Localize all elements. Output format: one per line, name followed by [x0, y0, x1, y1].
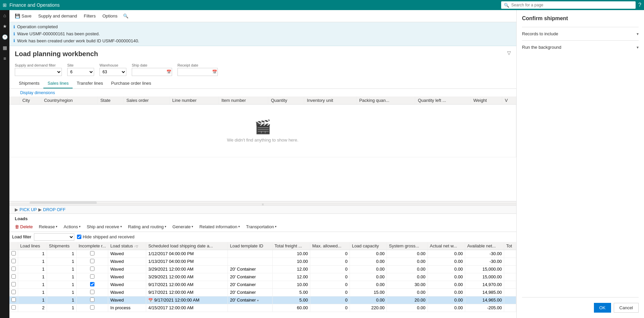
- col-country[interactable]: Country/region: [41, 96, 97, 105]
- col-quantity[interactable]: Quantity: [268, 96, 304, 105]
- incomplete-checkbox[interactable]: [90, 290, 94, 294]
- pickup-link[interactable]: PICK UP: [19, 207, 37, 212]
- filter-icon[interactable]: ▽: [507, 50, 511, 55]
- search-toolbar-icon[interactable]: 🔍: [123, 13, 128, 18]
- loads-table-row[interactable]: 11Waved9/17/2021 12:00:00 AM20' Containe…: [9, 281, 516, 288]
- incomplete-cell[interactable]: [76, 304, 108, 312]
- col-item-number[interactable]: Item number: [218, 96, 268, 105]
- loads-table-row[interactable]: 11Waved📅 9/17/2021 12:00:00 AM20' Contai…: [9, 296, 516, 304]
- col-inventory-unit[interactable]: Inventory unit: [304, 96, 357, 105]
- receipt-date-calendar-button[interactable]: 📅: [212, 70, 217, 74]
- related-info-button[interactable]: Related information ▾: [197, 223, 243, 230]
- dropoff-link[interactable]: DROP OFF: [43, 207, 66, 212]
- loads-table-row[interactable]: 11Waved3/29/2021 12:00:00 AM20' Containe…: [9, 265, 516, 273]
- incomplete-checkbox[interactable]: [90, 297, 94, 302]
- ship-date-calendar-button[interactable]: 📅: [166, 70, 171, 74]
- options-button[interactable]: Options: [100, 12, 120, 20]
- sidebar-clock-icon[interactable]: 🕐: [1, 33, 9, 41]
- col-quantity-left[interactable]: Quantity left ...: [415, 96, 471, 105]
- ship-receive-button[interactable]: Ship and receive ▾: [84, 223, 125, 230]
- incomplete-checkbox[interactable]: [90, 305, 94, 310]
- col-incomplete[interactable]: Incomplete r...: [76, 242, 108, 250]
- rating-routing-button[interactable]: Rating and routing ▾: [125, 223, 169, 230]
- col-weight[interactable]: Weight: [471, 96, 502, 105]
- col-line-number[interactable]: Line number: [169, 96, 218, 105]
- col-sys-gross[interactable]: System gross...: [387, 242, 428, 250]
- ship-date-input[interactable]: [132, 68, 172, 76]
- incomplete-cell[interactable]: [76, 281, 108, 288]
- incomplete-checkbox[interactable]: [90, 282, 94, 286]
- loads-table-row[interactable]: 11Waved3/29/2021 12:00:00 AM20' Containe…: [9, 273, 516, 281]
- grid-icon[interactable]: ⊞: [3, 2, 7, 8]
- delete-button[interactable]: 🗑 Delete: [12, 223, 36, 230]
- hide-shipped-checkbox[interactable]: [77, 235, 81, 239]
- search-bar[interactable]: 🔍: [501, 1, 636, 9]
- col-load-status[interactable]: Load status ↑▽: [108, 242, 146, 250]
- receipt-date-input[interactable]: [177, 68, 218, 76]
- tab-transfer-lines[interactable]: Transfer lines: [73, 79, 107, 88]
- sidebar-list-icon[interactable]: ≡: [2, 54, 7, 63]
- row-checkbox[interactable]: [11, 290, 16, 294]
- loads-table-row[interactable]: 11Waved1/12/2017 04:00:00 PM10.0000.000.…: [9, 250, 516, 257]
- incomplete-checkbox[interactable]: [90, 251, 94, 255]
- col-sales-order[interactable]: Sales order: [123, 96, 169, 105]
- display-dimensions-link[interactable]: Display dimensions: [15, 88, 60, 97]
- warehouse-filter-select[interactable]: 63: [99, 68, 126, 76]
- col-load-lines[interactable]: Load lines: [18, 242, 47, 250]
- col-max-allowed[interactable]: Max. allowed...: [310, 242, 350, 250]
- cancel-button[interactable]: Cancel: [614, 303, 639, 313]
- incomplete-cell[interactable]: [76, 250, 108, 257]
- col-state[interactable]: State: [97, 96, 124, 105]
- supply-demand-filter-select[interactable]: [15, 68, 62, 76]
- search-input[interactable]: [511, 3, 633, 7]
- loads-table-row[interactable]: 21In process4/15/2017 12:00:00 AM60.0002…: [9, 304, 516, 312]
- release-button[interactable]: Release ▾: [36, 223, 61, 230]
- sidebar-home-icon[interactable]: ⌂: [2, 11, 7, 19]
- sales-lines-grid[interactable]: City Country/region State Sales order Li…: [9, 96, 516, 201]
- incomplete-checkbox[interactable]: [90, 274, 94, 279]
- records-to-include-header[interactable]: Records to include ▾: [522, 30, 639, 38]
- incomplete-cell[interactable]: [76, 265, 108, 273]
- col-tot[interactable]: Tot: [504, 242, 516, 250]
- col-v[interactable]: V: [502, 96, 516, 105]
- supply-demand-button[interactable]: Supply and demand: [36, 12, 80, 20]
- row-checkbox[interactable]: [11, 267, 16, 271]
- incomplete-cell[interactable]: [76, 273, 108, 281]
- help-icon[interactable]: ?: [638, 2, 641, 8]
- save-button[interactable]: 💾 Save: [12, 12, 34, 20]
- col-total-freight[interactable]: Total freight ...: [272, 242, 310, 250]
- col-template-id[interactable]: Load template ID: [228, 242, 273, 250]
- row-checkbox[interactable]: [11, 274, 16, 279]
- row-checkbox[interactable]: [11, 305, 16, 310]
- row-checkbox[interactable]: [11, 251, 16, 255]
- incomplete-cell[interactable]: [76, 296, 108, 304]
- tab-shipments[interactable]: Shipments: [15, 79, 43, 88]
- row-checkbox[interactable]: [11, 259, 16, 263]
- tab-purchase-order-lines[interactable]: Purchase order lines: [107, 79, 155, 88]
- sidebar-table-icon[interactable]: ▦: [1, 44, 8, 52]
- filters-button[interactable]: Filters: [81, 12, 98, 20]
- row-checkbox[interactable]: [11, 297, 16, 302]
- col-packing-quan[interactable]: Packing quan...: [356, 96, 415, 105]
- col-shipments[interactable]: Shipments: [47, 242, 76, 250]
- sidebar-star-icon[interactable]: ★: [1, 22, 8, 30]
- loads-table-row[interactable]: 11Waved1/13/2017 04:00:00 PM10.0000.000.…: [9, 257, 516, 265]
- site-filter-select[interactable]: 6: [67, 68, 94, 76]
- incomplete-cell[interactable]: [76, 288, 108, 296]
- loads-grid-container[interactable]: Load lines Shipments Incomplete r... Loa…: [9, 242, 516, 318]
- col-city[interactable]: City: [19, 96, 41, 105]
- col-ship-date[interactable]: Scheduled load shipping date a...: [146, 242, 228, 250]
- ok-button[interactable]: OK: [594, 303, 611, 313]
- incomplete-cell[interactable]: [76, 257, 108, 265]
- col-actual-net[interactable]: Actual net w...: [428, 242, 465, 250]
- loads-table-row[interactable]: 11Waved9/17/2021 12:00:00 AM20' Containe…: [9, 288, 516, 296]
- generate-button[interactable]: Generate ▾: [170, 223, 196, 230]
- run-background-header[interactable]: Run the background ▾: [522, 43, 639, 51]
- col-available-net[interactable]: Available net...: [465, 242, 504, 250]
- incomplete-checkbox[interactable]: [90, 259, 94, 263]
- incomplete-checkbox[interactable]: [90, 267, 94, 271]
- col-load-capacity[interactable]: Load capacity: [350, 242, 387, 250]
- tab-sales-lines[interactable]: Sales lines: [43, 79, 73, 88]
- load-filter-select[interactable]: [34, 233, 74, 241]
- row-checkbox[interactable]: [11, 282, 16, 286]
